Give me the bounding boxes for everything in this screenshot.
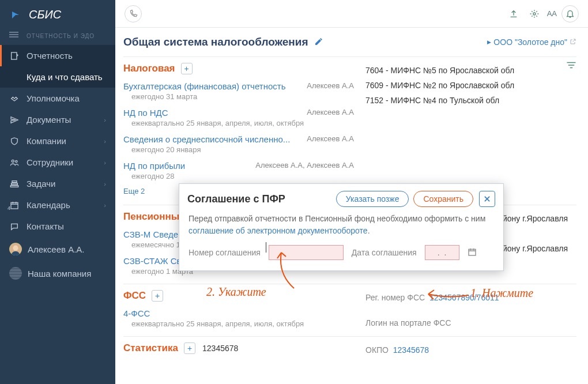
upload-icon[interactable] <box>506 6 522 22</box>
page-title: Общая система налогообложения <box>123 36 308 48</box>
nav-where-what-label: Куда и что сдавать <box>27 72 103 82</box>
dialog-title: Соглашение с ПФР <box>187 193 285 205</box>
report-item[interactable]: Сведения о среднесписочной численно... е… <box>123 132 354 159</box>
call-button[interactable] <box>125 5 142 22</box>
filter-icon[interactable] <box>566 61 576 69</box>
text-cursor <box>266 242 266 253</box>
handshake-icon <box>9 94 20 103</box>
report-schedule: ежеквартально 25 января, апреля, июля, о… <box>123 119 354 127</box>
fss-login-label: Логин на портале ФСС <box>365 318 451 327</box>
report-schedule: ежегодно 28 <box>123 172 354 180</box>
nav-employees-label: Сотрудники <box>27 157 73 167</box>
stat-value: 12345678 <box>202 344 238 353</box>
report-item[interactable]: Бухгалтерская (финансовая) отчетность еж… <box>123 79 354 106</box>
section-fss-title: ФСС <box>123 290 146 302</box>
topbar: AA <box>115 0 588 28</box>
nav-tasks-label: Задачи <box>27 179 55 189</box>
fss-reg-label: Рег. номер ФСС <box>365 293 425 302</box>
add-stat-button[interactable]: + <box>184 342 195 354</box>
report-person: Алексеев А.А, Алексеев А.А <box>255 161 354 170</box>
chevron-right-icon: › <box>104 180 106 187</box>
agreement-number-input[interactable] <box>269 245 344 260</box>
external-link-icon[interactable] <box>570 37 576 47</box>
chevron-right-icon: › <box>104 116 106 123</box>
tax-office: 7609 - МИФНС №2 по Ярославской обл <box>365 78 576 93</box>
svg-point-8 <box>13 246 18 251</box>
gear-icon[interactable] <box>526 6 542 22</box>
sidebar-subtitle[interactable]: ОТЧЕТНОСТЬ И ЭДО <box>0 29 115 45</box>
section-stat-title: Статистика <box>123 342 178 354</box>
report-schedule: ежегодно 31 марта <box>123 92 354 101</box>
logo[interactable]: СБИС <box>0 0 115 29</box>
org-selector[interactable]: ▶ ООО "Золотое дно" <box>487 37 576 47</box>
triangle-right-icon: ▶ <box>487 39 491 45</box>
calendar-picker-icon[interactable] <box>468 247 477 258</box>
report-person: Алексеев А.А <box>307 108 354 116</box>
brand-text: СБИС <box>29 8 61 21</box>
bell-icon[interactable] <box>561 5 579 22</box>
edit-icon[interactable] <box>314 37 323 48</box>
chat-icon <box>9 222 20 231</box>
chevron-right-icon: › <box>104 138 106 145</box>
fss-reg-value[interactable]: 1234567890/76011 <box>429 293 499 302</box>
page-header: Общая система налогообложения ▶ ООО "Зол… <box>123 36 576 48</box>
svg-rect-3 <box>12 180 17 182</box>
nav-authorization[interactable]: Уполномочка <box>0 88 115 109</box>
nav-contacts[interactable]: Контакты <box>0 216 115 237</box>
okpo-value[interactable]: 12345678 <box>393 345 429 355</box>
more-tax-link[interactable]: Еще 2 <box>123 185 145 201</box>
company-icon <box>9 267 22 280</box>
nav-reporting[interactable]: Отчетность <box>0 45 115 66</box>
close-button[interactable] <box>479 191 495 207</box>
report-item[interactable]: НД по НДС ежеквартально 25 января, апрел… <box>123 106 354 132</box>
svg-rect-6 <box>11 202 18 209</box>
save-button[interactable]: Сохранить <box>413 191 473 207</box>
report-schedule: ежегодно 20 января <box>123 145 354 154</box>
report-item[interactable]: НД по прибыли ежегодно 28 Алексеев А.А, … <box>123 159 354 185</box>
tax-office: 7604 - МИФНС №5 по Ярославской обл <box>365 63 576 78</box>
svg-rect-5 <box>10 185 18 187</box>
nav-our-company[interactable]: Наша компания <box>0 261 115 285</box>
report-item[interactable]: 4-ФСС ежеквартально 25 января, апреля, и… <box>123 306 354 333</box>
nav-user[interactable]: Алексеев А.А. <box>0 237 115 261</box>
report-person: Алексеев А.А <box>307 81 354 90</box>
report-schedule: ежеквартально 25 января, апреля, июля, о… <box>123 319 354 328</box>
svg-point-2 <box>16 160 17 162</box>
font-size-button[interactable]: AA <box>547 9 557 18</box>
add-fss-button[interactable]: + <box>152 290 163 302</box>
nav-user-label: Алексеев А.А. <box>28 244 85 254</box>
tax-office: 7152 - МИФНС №4 по Тульской обл <box>365 93 576 108</box>
chevron-right-icon: › <box>104 159 106 166</box>
avatar <box>9 243 22 255</box>
add-tax-button[interactable]: + <box>181 63 193 74</box>
agreement-date-input[interactable] <box>425 245 459 260</box>
org-name: ООО "Золотое дно" <box>493 37 567 47</box>
nav-employees[interactable]: Сотрудники › <box>0 152 115 173</box>
send-icon <box>9 115 20 125</box>
nav-companies[interactable]: Компании › <box>0 130 115 152</box>
shield-icon <box>9 137 20 146</box>
later-button[interactable]: Указать позже <box>336 191 409 207</box>
edo-agreement-link[interactable]: соглашение об электронном документооборо… <box>189 226 368 235</box>
section-pension-title: Пенсионный <box>123 211 186 223</box>
nav-documents-label: Документы <box>27 115 71 125</box>
agreement-number-label: Номер соглашения <box>189 248 261 257</box>
nav-authorization-label: Уполномочка <box>27 93 80 103</box>
sidebar: СБИС ОТЧЕТНОСТЬ И ЭДО Отчетность Куда и … <box>0 0 115 384</box>
section-tax-title: Налоговая <box>123 63 175 74</box>
nav-calendar-label: Календарь <box>27 200 70 210</box>
agreement-dialog: Соглашение с ПФР Указать позже Сохранить… <box>179 183 504 271</box>
nav-calendar[interactable]: 4 Календарь › <box>0 194 115 216</box>
nav-where-what[interactable]: Куда и что сдавать <box>0 66 115 88</box>
nav-company-label: Наша компания <box>28 269 91 278</box>
calendar-badge: 4 <box>7 205 10 211</box>
dialog-text: Перед отправкой отчетности в Пенсионный … <box>189 213 494 237</box>
chevron-right-icon: › <box>104 202 106 209</box>
nav-tasks[interactable]: Задачи › <box>0 173 115 194</box>
agreement-date-label: Дата соглашения <box>352 248 417 257</box>
nav-documents[interactable]: Документы › <box>0 109 115 130</box>
report-title[interactable]: 4-ФСС <box>123 308 354 318</box>
svg-rect-0 <box>12 52 17 59</box>
stack-icon <box>9 179 20 189</box>
logo-icon <box>9 9 22 21</box>
